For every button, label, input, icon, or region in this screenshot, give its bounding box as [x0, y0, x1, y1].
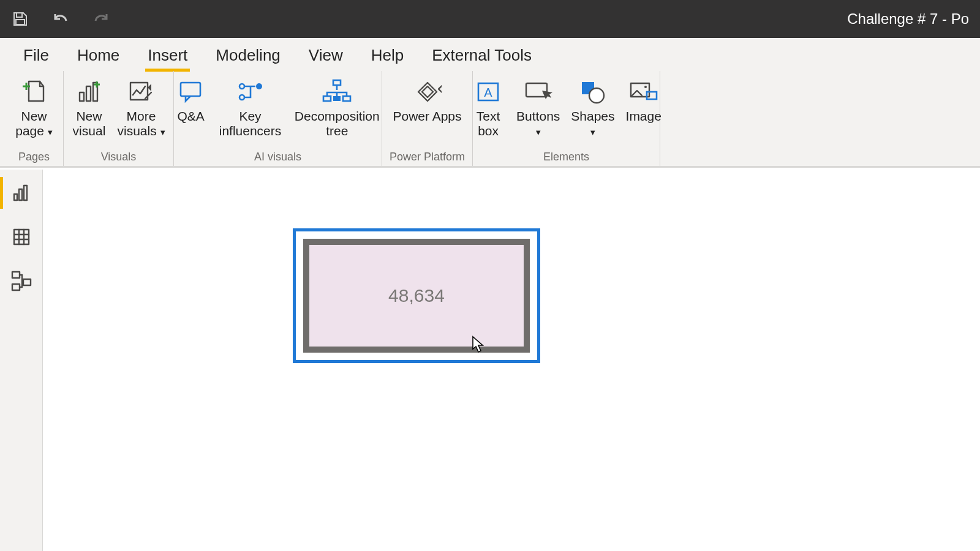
ribbon-group-visuals: New visual More visuals ▾ Visuals	[64, 71, 174, 166]
more-visuals-button[interactable]: More visuals ▾	[116, 73, 166, 138]
shapes-icon	[576, 76, 609, 108]
report-canvas[interactable]: 48,634	[43, 170, 980, 551]
new-page-button[interactable]: New page ▾	[14, 73, 54, 138]
tab-file[interactable]: File	[22, 41, 50, 71]
new-visual-label: New visual	[73, 109, 106, 138]
quick-access-toolbar	[11, 10, 110, 28]
svg-rect-37	[12, 284, 20, 290]
decomposition-tree-button[interactable]: Decomposition tree	[291, 73, 383, 138]
data-view-button[interactable]	[9, 225, 34, 249]
qa-button[interactable]: Q&A	[173, 73, 209, 124]
svg-rect-17	[333, 96, 341, 101]
qa-label: Q&A	[178, 109, 205, 124]
buttons-icon	[522, 76, 555, 108]
view-rail	[0, 170, 43, 551]
decomposition-tree-label: Decomposition tree	[295, 109, 380, 138]
svg-rect-26	[647, 92, 657, 99]
model-view-button[interactable]	[9, 269, 34, 293]
svg-point-23	[589, 88, 604, 103]
svg-rect-10	[181, 83, 200, 96]
group-label-visuals: Visuals	[64, 151, 173, 163]
tab-help[interactable]: Help	[370, 41, 405, 71]
title-bar: Challenge # 7 - Po	[0, 0, 980, 38]
report-view-icon	[12, 183, 31, 203]
svg-text:A: A	[484, 86, 492, 99]
chevron-down-icon: ▾	[48, 127, 53, 137]
svg-point-25	[644, 86, 647, 88]
group-label-pages: Pages	[5, 151, 63, 163]
text-box-button[interactable]: A Text box	[470, 73, 507, 138]
tab-home[interactable]: Home	[76, 41, 121, 71]
svg-rect-1	[16, 20, 24, 24]
shapes-label: Shapes▾	[571, 109, 614, 138]
ribbon-group-ai-visuals: Q&A Key influencers	[174, 71, 382, 166]
group-label-ai-visuals: AI visuals	[174, 151, 382, 163]
tab-modeling[interactable]: Modeling	[214, 41, 282, 71]
chevron-down-icon: ▾	[536, 127, 541, 137]
svg-rect-14	[333, 80, 341, 85]
buttons-button[interactable]: Buttons▾	[515, 73, 561, 138]
more-visuals-icon	[124, 76, 157, 108]
group-label-power-platform: Power Platform	[382, 151, 472, 163]
svg-rect-4	[80, 92, 84, 101]
svg-point-11	[239, 84, 244, 89]
redo-icon[interactable]	[92, 10, 110, 28]
window-title: Challenge # 7 - Po	[847, 10, 969, 28]
image-label: Image	[626, 109, 662, 124]
shapes-button[interactable]: Shapes▾	[570, 73, 616, 138]
card-visual-inner: 48,634	[303, 239, 530, 353]
new-page-icon	[18, 76, 51, 108]
image-icon	[627, 76, 660, 108]
report-view-button[interactable]	[9, 181, 34, 205]
model-view-icon	[11, 271, 32, 291]
chevron-down-icon: ▾	[590, 127, 595, 137]
tab-insert[interactable]: Insert	[146, 41, 189, 71]
ribbon-group-elements: A Text box Buttons▾	[473, 71, 660, 166]
svg-rect-9	[130, 83, 148, 100]
card-visual-selected[interactable]: 48,634	[293, 228, 540, 363]
svg-rect-36	[23, 279, 31, 285]
mouse-cursor-icon	[472, 335, 485, 354]
svg-point-12	[239, 95, 244, 100]
undo-icon[interactable]	[51, 10, 70, 28]
key-influencers-button[interactable]: Key influencers	[218, 73, 283, 138]
ribbon: New page ▾ Pages New visual	[0, 71, 980, 168]
svg-rect-27	[14, 194, 17, 200]
text-box-icon: A	[472, 76, 505, 108]
key-influencers-label: Key influencers	[219, 109, 282, 138]
buttons-label: Buttons▾	[516, 109, 560, 138]
svg-rect-5	[86, 86, 91, 101]
tab-external-tools[interactable]: External Tools	[431, 41, 533, 71]
key-influencers-icon	[234, 76, 267, 108]
svg-point-13	[256, 83, 262, 89]
svg-rect-35	[12, 272, 20, 278]
qa-icon	[175, 76, 208, 108]
ribbon-group-pages: New page ▾ Pages	[5, 71, 64, 166]
power-apps-button[interactable]: Power Apps	[391, 73, 464, 124]
svg-rect-29	[24, 186, 27, 200]
svg-rect-28	[19, 189, 22, 200]
card-visual-value: 48,634	[388, 285, 445, 306]
image-button[interactable]: Image	[625, 73, 663, 124]
svg-rect-30	[14, 230, 29, 244]
svg-rect-16	[343, 96, 350, 101]
new-visual-icon	[72, 76, 105, 108]
chevron-down-icon: ▾	[160, 127, 165, 137]
new-visual-button[interactable]: New visual	[70, 73, 107, 138]
decomposition-tree-icon	[320, 76, 353, 108]
data-view-icon	[12, 227, 31, 247]
svg-rect-15	[323, 96, 331, 101]
svg-rect-0	[17, 13, 22, 17]
group-label-elements: Elements	[473, 151, 660, 163]
new-page-label: New page ▾	[15, 109, 53, 138]
ribbon-group-power-platform: Power Apps Power Platform	[382, 71, 473, 166]
tab-view[interactable]: View	[307, 41, 344, 71]
power-apps-icon	[411, 76, 444, 108]
svg-rect-18	[439, 78, 442, 100]
text-box-label: Text box	[477, 109, 500, 138]
more-visuals-label: More visuals ▾	[117, 109, 165, 138]
power-apps-label: Power Apps	[393, 109, 461, 124]
ribbon-tabs: File Home Insert Modeling View Help Exte…	[0, 38, 980, 71]
save-icon[interactable]	[11, 10, 29, 28]
